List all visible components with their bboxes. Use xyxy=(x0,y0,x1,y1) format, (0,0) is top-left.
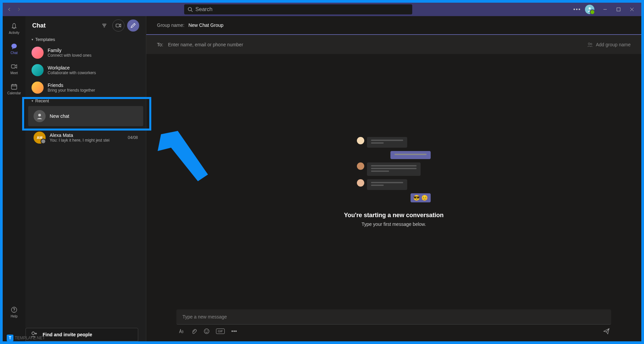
meet-now-button[interactable] xyxy=(112,19,124,32)
chat-icon xyxy=(10,42,18,50)
family-avatar-icon xyxy=(32,47,44,59)
close-button[interactable] xyxy=(625,4,639,15)
person-icon xyxy=(34,110,46,122)
more-toolbar-button[interactable]: ••• xyxy=(231,328,237,335)
rail-chat[interactable]: Chat xyxy=(3,39,25,58)
svg-rect-7 xyxy=(116,24,119,27)
help-icon xyxy=(10,306,18,314)
svg-point-12 xyxy=(205,330,206,331)
title-bar: Search ••• xyxy=(3,3,641,16)
rail-meet[interactable]: Meet xyxy=(3,59,25,78)
back-button[interactable] xyxy=(5,5,13,13)
gif-button[interactable]: GIF xyxy=(216,329,225,334)
recent-alexa-mata[interactable]: AM Alexa Mata You: I layk it here, I mig… xyxy=(28,128,143,148)
more-button[interactable]: ••• xyxy=(573,6,581,12)
emoji-button[interactable] xyxy=(203,328,210,335)
search-placeholder: Search xyxy=(196,6,213,12)
empty-state-heading: You're starting a new conversation xyxy=(344,212,443,219)
recent-section-header[interactable]: Recent xyxy=(25,96,146,105)
attach-button[interactable] xyxy=(191,328,197,335)
rail-calendar[interactable]: Calendar xyxy=(3,79,25,98)
svg-point-10 xyxy=(591,43,592,45)
group-name-label: Group name: xyxy=(157,22,184,28)
recent-new-chat[interactable]: New chat xyxy=(28,106,143,126)
svg-point-9 xyxy=(588,43,590,45)
friends-avatar-icon xyxy=(32,82,44,94)
chat-list-panel: Chat Templates Family Connect with loved… xyxy=(25,16,146,341)
maximize-button[interactable] xyxy=(612,4,625,15)
search-icon xyxy=(187,7,193,12)
minimize-button[interactable] xyxy=(598,4,612,15)
svg-point-0 xyxy=(188,7,192,11)
profile-avatar[interactable] xyxy=(585,5,594,14)
workplace-avatar-icon xyxy=(32,64,44,76)
to-input[interactable]: Enter name, email or phone number xyxy=(168,42,583,47)
to-row: To: Enter name, email or phone number Ad… xyxy=(146,35,641,54)
svg-point-15 xyxy=(32,332,35,335)
filter-button[interactable] xyxy=(99,20,110,31)
empty-state-sub: Type your first message below. xyxy=(362,222,426,227)
templates-section-header[interactable]: Templates xyxy=(25,35,146,44)
video-icon xyxy=(10,62,18,70)
group-name-input[interactable]: New Chat Group xyxy=(189,22,223,28)
empty-state-illustration: 😎 😊 xyxy=(357,137,431,202)
svg-point-3 xyxy=(11,44,17,48)
bell-icon xyxy=(10,22,18,30)
template-family[interactable]: Family Connect with loved ones xyxy=(25,44,146,61)
svg-point-8 xyxy=(38,114,41,116)
chat-panel-title: Chat xyxy=(32,22,96,29)
svg-rect-4 xyxy=(11,65,15,68)
forward-button[interactable] xyxy=(15,5,23,13)
format-button[interactable] xyxy=(178,328,184,335)
conversation-area: Group name: New Chat Group To: Enter nam… xyxy=(146,16,641,341)
template-workplace[interactable]: Workplace Collaborate with coworkers xyxy=(25,61,146,79)
rail-help[interactable]: Help xyxy=(3,302,25,321)
rail-activity[interactable]: Activity xyxy=(3,19,25,38)
svg-point-11 xyxy=(204,329,209,334)
search-input[interactable]: Search xyxy=(184,4,412,14)
svg-point-13 xyxy=(207,330,208,331)
message-input[interactable]: Type a new message xyxy=(176,309,611,325)
calendar-icon xyxy=(10,83,18,91)
svg-rect-5 xyxy=(11,85,17,89)
contact-avatar: AM xyxy=(34,132,46,144)
add-group-name-button[interactable]: Add group name xyxy=(587,42,631,48)
new-chat-button[interactable] xyxy=(127,19,139,32)
people-icon xyxy=(587,42,593,48)
send-button[interactable] xyxy=(603,328,610,335)
taskbar-watermark: T TEMPLATE.NET xyxy=(7,335,45,341)
app-rail: Activity Chat Meet Calendar Help xyxy=(3,16,25,341)
compose-toolbar: GIF ••• xyxy=(176,325,611,335)
group-name-row: Group name: New Chat Group xyxy=(146,16,641,35)
to-label: To: xyxy=(157,42,163,47)
svg-point-1 xyxy=(589,7,591,9)
svg-rect-2 xyxy=(617,8,620,11)
template-friends[interactable]: Friends Bring your friends together xyxy=(25,79,146,96)
